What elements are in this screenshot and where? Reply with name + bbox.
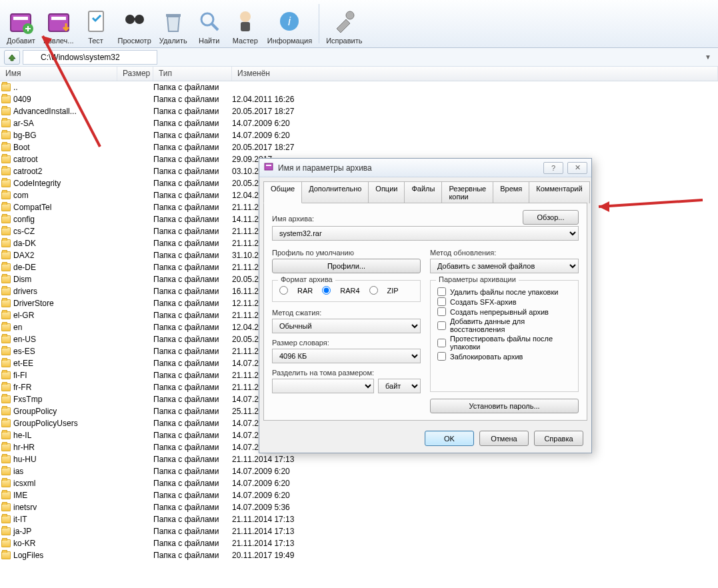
col-name[interactable]: Имя [0, 67, 117, 81]
help-dialog-button[interactable]: Справка [534, 431, 583, 446]
file-name: ar-SA [13, 119, 34, 128]
wizard-button[interactable]: Мастер [227, 1, 263, 46]
info-button[interactable]: iИнформация [263, 1, 316, 46]
chevron-down-icon[interactable]: ▼ [705, 53, 711, 61]
dialog-title: Имя и параметры архива [278, 163, 539, 173]
table-row[interactable]: hu-HUПапка с файлами21.11.2014 17:13 [0, 453, 718, 465]
find-icon [195, 7, 223, 35]
file-name: bg-BG [13, 131, 37, 140]
profiles-button[interactable]: Профили... [272, 259, 421, 273]
folder-icon [1, 167, 11, 175]
folder-icon [1, 383, 11, 391]
format-radio-rar[interactable]: RAR [279, 286, 313, 295]
close-button[interactable]: ✕ [567, 162, 587, 174]
file-type: Папка с файлами [153, 479, 232, 488]
tab-4[interactable]: Резервные копии [441, 181, 493, 203]
file-type: Папка с файлами [153, 491, 232, 500]
file-type: Папка с файлами [153, 395, 232, 404]
folder-icon [1, 371, 11, 379]
split-unit-select[interactable]: байт [378, 379, 421, 393]
table-row[interactable]: IMEПапка с файлами14.07.2009 6:20 [0, 489, 718, 501]
test-button[interactable]: Тест [78, 1, 114, 46]
col-type[interactable]: Тип [153, 67, 232, 81]
find-button[interactable]: Найти [191, 1, 227, 46]
folder-icon [1, 107, 11, 115]
tab-2[interactable]: Опции [368, 181, 405, 203]
option-checkbox-0[interactable]: Удалить файлы после упаковки [437, 287, 571, 296]
col-size[interactable]: Размер [117, 67, 153, 81]
file-name: cs-CZ [13, 227, 35, 236]
table-row[interactable]: ja-JPПапка с файлами21.11.2014 17:13 [0, 525, 718, 537]
col-modified[interactable]: Изменён [232, 67, 718, 81]
option-checkbox-4[interactable]: Протестировать файлы после упаковки [437, 335, 571, 351]
table-row[interactable]: icsxmlПапка с файлами14.07.2009 6:20 [0, 477, 718, 489]
tab-1[interactable]: Дополнительно [301, 181, 369, 203]
archive-name-label: Имя архива: [272, 215, 516, 223]
table-row[interactable]: ko-KRПапка с файлами21.11.2014 17:13 [0, 537, 718, 549]
extract-button[interactable]: Извлеч... [39, 1, 78, 46]
file-name: DriverStore [13, 299, 54, 308]
option-checkbox-1[interactable]: Создать SFX-архив [437, 297, 571, 306]
file-name: .. [13, 83, 18, 92]
update-method-select[interactable]: Добавить с заменой файлов [430, 259, 579, 273]
option-checkbox-3[interactable]: Добавить данные для восстановления [437, 317, 571, 333]
table-row[interactable]: ar-SAПапка с файлами14.07.2009 6:20 [0, 117, 718, 129]
split-size-input[interactable] [272, 379, 374, 393]
path-bar: ▼ [0, 48, 718, 67]
table-row[interactable]: ..Папка с файлами [0, 81, 718, 93]
tab-5[interactable]: Время [493, 181, 529, 203]
format-radio-rar4[interactable]: RAR4 [322, 286, 359, 295]
file-name: en-US [13, 335, 36, 344]
file-name: CompatTel [13, 203, 51, 212]
path-input[interactable] [23, 50, 157, 65]
repair-icon [330, 7, 358, 35]
file-date: 14.07.2009 6:20 [232, 131, 718, 140]
file-type: Папка с файлами [153, 239, 232, 248]
list-header: Имя Размер Тип Изменён [0, 67, 718, 81]
table-row[interactable]: iasПапка с файлами14.07.2009 6:20 [0, 465, 718, 477]
file-type: Папка с файлами [153, 407, 232, 416]
tab-6[interactable]: Комментарий [529, 181, 589, 203]
option-checkbox-5[interactable]: Заблокировать архив [437, 352, 571, 361]
dict-select[interactable]: 4096 КБ [272, 349, 421, 363]
tab-3[interactable]: Файлы [404, 181, 442, 203]
folder-icon [1, 131, 11, 139]
repair-button[interactable]: Исправить [322, 1, 366, 46]
file-name: IME [13, 491, 27, 500]
cancel-button[interactable]: Отмена [479, 431, 529, 446]
file-type: Папка с файлами [153, 371, 232, 380]
table-row[interactable]: it-ITПапка с файлами21.11.2014 17:13 [0, 513, 718, 525]
view-button[interactable]: Просмотр [114, 1, 155, 46]
folder-icon [1, 95, 11, 103]
ok-button[interactable]: OK [425, 431, 474, 446]
delete-button[interactable]: Удалить [155, 1, 191, 46]
compress-select[interactable]: Обычный [272, 319, 421, 333]
file-type: Папка с файлами [153, 539, 232, 548]
file-name: inetsrv [13, 503, 37, 512]
options-group: Параметры архивации Удалить файлы после … [430, 280, 579, 392]
file-type: Папка с файлами [153, 515, 232, 524]
help-button[interactable]: ? [543, 162, 563, 174]
table-row[interactable]: LogFilesПапка с файлами20.11.2017 19:49 [0, 549, 718, 561]
file-type: Папка с файлами [153, 347, 232, 356]
file-name: GroupPolicyUsers [13, 419, 78, 428]
format-radio-zip[interactable]: ZIP [369, 286, 399, 295]
file-type: Папка с файлами [153, 275, 232, 284]
archive-name-input[interactable]: system32.rar [272, 226, 579, 241]
table-row[interactable]: AdvancedInstall...Папка с файлами20.05.2… [0, 105, 718, 117]
tab-0[interactable]: Общие [263, 181, 302, 203]
table-row[interactable]: BootПапка с файлами20.05.2017 18:27 [0, 141, 718, 153]
file-type: Папка с файлами [153, 419, 232, 428]
table-row[interactable]: bg-BGПапка с файлами14.07.2009 6:20 [0, 129, 718, 141]
add-button[interactable]: Добавит [3, 1, 39, 46]
folder-icon [1, 155, 11, 163]
table-row[interactable]: 0409Папка с файлами12.04.2011 16:26 [0, 93, 718, 105]
table-row[interactable]: inetsrvПапка с файлами14.07.2009 5:36 [0, 501, 718, 513]
option-checkbox-2[interactable]: Создать непрерывный архив [437, 307, 571, 316]
file-name: DAX2 [13, 251, 34, 260]
up-button[interactable] [4, 50, 20, 65]
file-name: com [13, 191, 29, 200]
password-button[interactable]: Установить пароль... [430, 399, 579, 413]
browse-button[interactable]: Обзор... [523, 210, 579, 225]
file-type: Папка с файлами [153, 251, 232, 260]
